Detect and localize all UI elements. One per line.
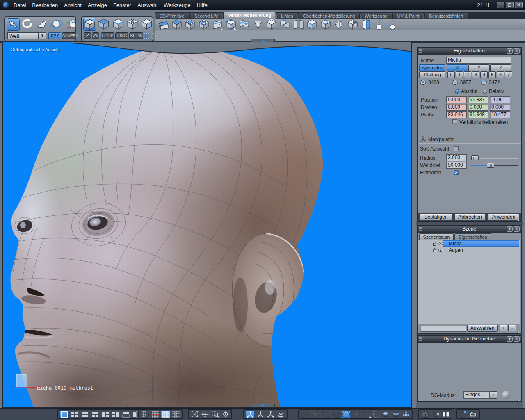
panel-menu-button[interactable]: ▼ — [507, 48, 513, 54]
tab-3d-primitive[interactable]: 3D-Primitive — [155, 13, 189, 19]
fit-view-button[interactable] — [190, 410, 199, 418]
smoothing-5[interactable]: 5 — [488, 71, 496, 78]
symmetry-x-button[interactable]: X — [447, 64, 468, 71]
absolute-radio[interactable] — [455, 89, 459, 94]
smoothing-6[interactable]: 6 — [497, 71, 504, 78]
shade-wire-button[interactable] — [300, 410, 310, 418]
toolbar-collapse-handle[interactable] — [251, 39, 275, 42]
panel-menu-button[interactable]: ▼ — [507, 226, 513, 232]
cylinder-display-button[interactable] — [431, 410, 440, 418]
world-space-select[interactable]: Welt — [7, 32, 39, 39]
look-at-button[interactable] — [221, 410, 230, 418]
select-objects-button[interactable]: Auswählen — [467, 325, 498, 332]
ghost-mode-button[interactable] — [65, 18, 79, 31]
between-button[interactable]: BETW — [129, 32, 143, 39]
layout-quad-button[interactable] — [70, 410, 79, 418]
size-y-field[interactable]: 91.949 — [468, 111, 488, 118]
menu-bearbeiten[interactable]: Bearbeiten — [32, 2, 58, 8]
tab-uv-paint[interactable]: UV & Paint — [393, 13, 424, 19]
pan-view-button[interactable] — [200, 410, 210, 418]
softness-slider-knob[interactable] — [487, 163, 494, 168]
scale-tool-button[interactable] — [36, 18, 49, 31]
camera-toggle[interactable]: CAMERA — [62, 32, 76, 39]
freeze-checkbox[interactable]: ✓ — [454, 170, 459, 175]
tab-eigenschaften[interactable]: Eigenschaften — [454, 233, 491, 240]
tool-smooth-icon[interactable] — [252, 19, 264, 30]
shade-smooth-wire-button[interactable] — [352, 410, 361, 418]
circle-select-icon[interactable] — [151, 33, 156, 39]
bbox-display-button[interactable] — [420, 410, 430, 418]
apply-button[interactable]: Anwenden — [488, 214, 519, 221]
menu-datei[interactable]: Datei — [14, 2, 26, 8]
rotate-y-field[interactable]: 0.000 — [468, 104, 488, 111]
size-x-field[interactable]: 93.046 — [446, 111, 467, 118]
grid-on-button[interactable] — [161, 410, 170, 418]
dg-title-bar[interactable]: Dynamische Geometrie ▼ ✕ — [418, 336, 521, 343]
radius-input[interactable]: 3.000 — [446, 154, 467, 161]
smoothing-2[interactable]: 2 — [464, 71, 471, 78]
tool-bridge-icon[interactable] — [198, 19, 210, 30]
close-button[interactable]: ✕ — [515, 2, 523, 8]
size-z-field[interactable]: 18.477 — [490, 111, 510, 118]
rect-select-icon[interactable] — [144, 33, 149, 39]
world-space-dropdown-button[interactable]: ▾ — [39, 32, 46, 39]
panel-grip[interactable] — [419, 227, 422, 232]
position-x-field[interactable]: 0.000 — [446, 96, 467, 103]
scene-title-bar[interactable]: Szene ▼ ✕ — [418, 226, 521, 233]
manip-on-button[interactable] — [245, 410, 255, 418]
position-y-field[interactable]: 51.837 — [468, 96, 488, 103]
camera-button[interactable] — [468, 410, 478, 418]
xyz-toggle[interactable]: XYZ — [48, 32, 61, 39]
point-mode-button[interactable] — [126, 18, 139, 31]
eye-icon[interactable] — [438, 248, 443, 253]
shade-textured-button[interactable]: ▶ — [362, 410, 371, 418]
select-tool-button[interactable] — [7, 18, 20, 31]
smoothing-button[interactable]: Glättung — [419, 71, 445, 78]
grid-lock-button[interactable] — [140, 410, 150, 418]
next-button[interactable]: ▲ — [508, 325, 516, 331]
panel-close-button[interactable]: ✕ — [514, 226, 520, 232]
panel-grip[interactable] — [419, 337, 422, 342]
tool-mirror-icon[interactable] — [333, 19, 345, 30]
relative-radio[interactable] — [483, 89, 487, 94]
tree-row-micha[interactable]: Micha — [418, 240, 520, 247]
shade-smooth-button[interactable] — [341, 410, 351, 418]
smoothing-3[interactable]: 3 — [472, 71, 479, 78]
smoothing-7[interactable]: 7 — [505, 71, 512, 78]
lock-icon[interactable] — [432, 248, 437, 253]
smoothing-1[interactable]: 1 — [456, 71, 463, 78]
tool-weld-icon[interactable] — [293, 19, 304, 30]
tool-cut-icon[interactable] — [347, 19, 358, 30]
resize-grip[interactable] — [517, 217, 521, 221]
properties-title-bar[interactable]: Eigenschaften ▼ ✕ — [418, 48, 521, 55]
tab-benutzerdefiniert[interactable]: Benutzerdefiniert — [425, 13, 468, 19]
menu-fenster[interactable]: Fenster — [113, 2, 131, 8]
smoothing-0[interactable]: 0 — [447, 71, 455, 78]
minimize-button[interactable]: — — [497, 2, 504, 8]
rotate-tool-button[interactable] — [21, 18, 34, 31]
dg-mode-select[interactable]: Einges... — [463, 391, 490, 399]
grid-axes-button[interactable] — [151, 410, 160, 418]
position-z-field[interactable]: -1.961 — [490, 96, 510, 103]
face-mode-button[interactable] — [98, 18, 111, 31]
tab-vertex-modellierung[interactable]: Vertex-Modellierung — [224, 12, 276, 19]
side-mode-button[interactable] — [141, 18, 154, 31]
confirm-button[interactable]: Bestätigen — [419, 214, 453, 221]
tab-oberflaechen[interactable]: Oberflächen-Modellierung — [299, 13, 360, 19]
object-mode-button[interactable] — [83, 18, 96, 31]
grid-plane-button[interactable] — [171, 410, 180, 418]
resize-grip[interactable] — [517, 329, 521, 333]
pen-select-button[interactable] — [84, 32, 91, 39]
layout-top-wide-button[interactable] — [80, 410, 89, 418]
tab-werkzeuge[interactable]: Werkzeuge — [360, 13, 392, 19]
layout-single-button[interactable] — [59, 410, 69, 418]
layout-h-split-button[interactable] — [121, 410, 130, 418]
viewport-3d[interactable]: Orthographische Ansicht micha-0019-mitbr… — [2, 42, 412, 408]
pages-display-button[interactable] — [441, 410, 450, 418]
subd-cluster-button[interactable] — [401, 410, 411, 418]
symmetry-y-button[interactable]: Y — [468, 64, 490, 71]
tool-ring-face-icon[interactable] — [320, 19, 331, 30]
menu-anzeige[interactable]: Anzeige — [88, 2, 107, 8]
scene-search-input[interactable] — [420, 325, 466, 332]
lock-icon[interactable] — [432, 241, 437, 246]
